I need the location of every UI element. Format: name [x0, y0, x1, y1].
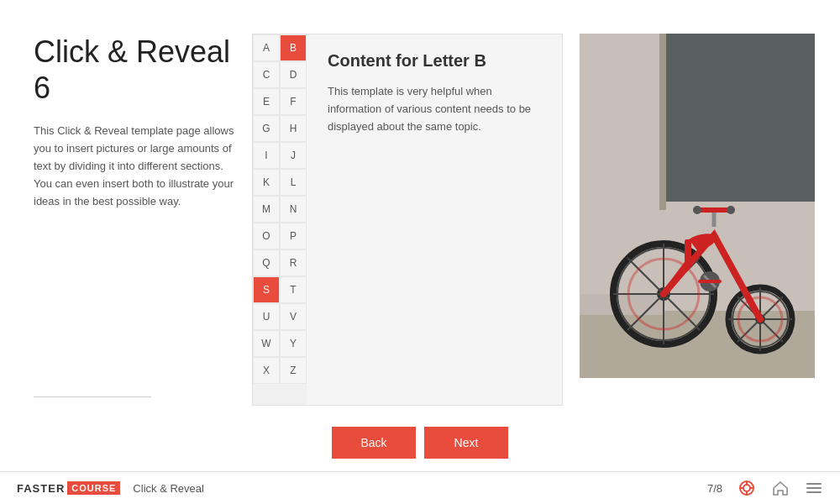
alpha-A[interactable]: A — [253, 34, 280, 61]
svg-point-24 — [727, 206, 735, 214]
next-button[interactable]: Next — [424, 427, 508, 459]
left-panel: Click & Reveal 6 This Click & Reveal tem… — [34, 34, 235, 406]
alpha-K[interactable]: K — [253, 169, 280, 196]
alpha-W[interactable]: W — [253, 330, 280, 357]
alpha-J[interactable]: J — [280, 142, 307, 169]
alpha-N[interactable]: N — [280, 196, 307, 223]
svg-point-31 — [743, 485, 750, 491]
alphabet-grid-area: A B C D E F G H I J K L M N O P Q R S T — [252, 34, 563, 406]
alpha-X[interactable]: X — [253, 357, 280, 384]
alpha-D[interactable]: D — [280, 61, 307, 88]
divider — [34, 396, 151, 397]
page-description: This Click & Reveal template page allows… — [34, 123, 235, 210]
menu-icon[interactable] — [805, 479, 823, 497]
alphabet-panel: A B C D E F G H I J K L M N O P Q R S T — [252, 34, 563, 406]
brand-faster: FASTER — [17, 482, 65, 495]
alpha-T[interactable]: T — [280, 276, 307, 303]
image-panel — [580, 34, 815, 406]
alpha-U[interactable]: U — [253, 303, 280, 330]
alpha-C[interactable]: C — [253, 61, 280, 88]
alpha-F[interactable]: F — [280, 88, 307, 115]
alpha-B[interactable]: B — [280, 34, 307, 61]
footer-right: 7/8 — [707, 479, 823, 497]
alpha-O[interactable]: O — [253, 223, 280, 249]
alpha-Z[interactable]: Z — [280, 357, 307, 384]
alpha-P[interactable]: P — [280, 223, 307, 249]
alpha-H[interactable]: H — [280, 115, 307, 142]
content-text: This template is very helpful when infor… — [328, 83, 541, 135]
back-button[interactable]: Back — [332, 427, 416, 459]
brand-course: COURSE — [67, 481, 120, 495]
alpha-V[interactable]: V — [280, 303, 307, 330]
home-icon[interactable] — [771, 479, 790, 497]
alpha-R[interactable]: R — [280, 249, 307, 276]
page-total: 8 — [717, 482, 722, 495]
content-title: Content for Letter B — [328, 51, 541, 71]
svg-rect-20 — [685, 239, 691, 265]
alpha-Y[interactable]: Y — [280, 330, 307, 357]
alphabet-sidebar: A B C D E F G H I J K L M N O P Q R S T — [253, 34, 307, 405]
main-content: Click & Reveal 6 This Click & Reveal tem… — [0, 0, 840, 414]
alpha-G[interactable]: G — [253, 115, 280, 142]
page-count: 7/8 — [707, 482, 722, 495]
svg-point-23 — [693, 206, 701, 214]
svg-rect-1 — [664, 34, 815, 202]
alpha-Q[interactable]: Q — [253, 249, 280, 276]
alpha-S[interactable]: S — [253, 276, 280, 303]
alpha-L[interactable]: L — [280, 169, 307, 196]
footer: FASTER COURSE Click & Reveal 7/8 — [0, 471, 840, 504]
alpha-E[interactable]: E — [253, 88, 280, 115]
footer-label: Click & Reveal — [133, 482, 204, 495]
brand: FASTER COURSE — [17, 481, 120, 495]
tricycle-image — [580, 34, 815, 378]
lifering-icon[interactable] — [738, 479, 756, 497]
alpha-M[interactable]: M — [253, 196, 280, 223]
svg-rect-2 — [659, 34, 666, 210]
nav-buttons: Back Next — [0, 414, 840, 471]
alpha-I[interactable]: I — [253, 142, 280, 169]
content-area: Content for Letter B This template is ve… — [307, 34, 562, 405]
tricycle-svg — [580, 34, 815, 378]
page-title: Click & Reveal 6 — [34, 34, 235, 106]
